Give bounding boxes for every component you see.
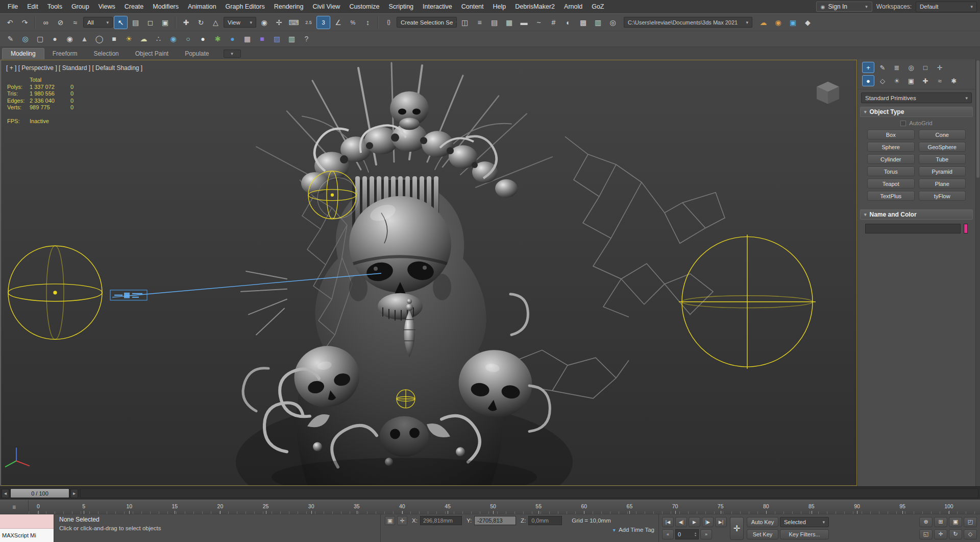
render-flyout-icon[interactable]: ◆ bbox=[801, 16, 815, 29]
render-last-icon[interactable]: ◉ bbox=[771, 16, 785, 29]
menu-item[interactable]: Help bbox=[488, 0, 511, 13]
current-frame-field[interactable]: 0 ▴ ▾ bbox=[675, 529, 699, 539]
object-type-button[interactable]: Teapot bbox=[867, 179, 915, 188]
compositor-icon[interactable]: ▨ bbox=[271, 33, 283, 45]
object-type-rollout-header[interactable]: ▾ Object Type bbox=[860, 107, 973, 117]
sunlight-icon[interactable]: ☀ bbox=[122, 33, 135, 45]
set-key-button[interactable]: Set Key bbox=[747, 529, 778, 539]
menu-item[interactable]: Tools bbox=[43, 0, 67, 13]
menu-item[interactable]: File bbox=[3, 0, 22, 13]
undo-icon[interactable]: ↶ bbox=[3, 16, 17, 29]
maxscript-macro-pane[interactable] bbox=[0, 514, 54, 529]
chrome-sphere-icon[interactable]: ● bbox=[197, 33, 209, 45]
time-step-forward-button[interactable]: ▸ bbox=[70, 489, 78, 498]
maxscript-mini-listener[interactable]: MAXScript Mi bbox=[0, 514, 54, 542]
auto-key-button[interactable]: Auto Key bbox=[747, 517, 778, 527]
plane-primitive-icon[interactable]: ■ bbox=[108, 33, 120, 45]
mirror-icon[interactable]: ◫ bbox=[458, 16, 472, 29]
curve-editor-icon[interactable]: ~ bbox=[532, 16, 546, 29]
display-tab-icon[interactable]: □ bbox=[919, 62, 932, 73]
select-and-rotate-icon[interactable]: ↻ bbox=[194, 16, 208, 29]
select-by-name-icon[interactable]: ▤ bbox=[129, 16, 142, 29]
motion-tab-icon[interactable]: ◎ bbox=[905, 62, 917, 73]
edit-named-selection-sets-icon[interactable]: {} bbox=[382, 16, 396, 29]
orbit-view-icon[interactable]: ↻ bbox=[949, 529, 962, 539]
menu-item[interactable]: Arnold bbox=[559, 0, 587, 13]
key-filters-button[interactable]: Key Filters... bbox=[780, 529, 829, 539]
water-sphere-icon[interactable]: ● bbox=[226, 33, 239, 45]
measure-distance-icon[interactable]: ◎ bbox=[19, 33, 32, 45]
select-and-link-icon[interactable]: ∞ bbox=[39, 16, 53, 29]
menu-item[interactable]: Edit bbox=[22, 0, 43, 13]
rectangular-selection-region-icon[interactable]: ◻ bbox=[143, 16, 157, 29]
trackbar-tools[interactable]: ≡ bbox=[0, 500, 29, 514]
zoom-region-icon[interactable]: ◱ bbox=[919, 529, 933, 539]
geometry-category-icon[interactable]: ● bbox=[862, 75, 874, 86]
sphere-primitive-icon[interactable]: ● bbox=[48, 33, 61, 45]
create-tab-icon[interactable]: + bbox=[862, 62, 874, 73]
menu-item[interactable]: Graph Editors bbox=[221, 0, 270, 13]
ribbon-flyout-button[interactable]: ▾ bbox=[224, 50, 241, 58]
object-name-field[interactable] bbox=[865, 224, 961, 233]
frame-spinner[interactable]: ▴ ▾ bbox=[695, 532, 696, 537]
sign-in-dropdown[interactable]: ◉ Sign In ▾ bbox=[816, 2, 872, 12]
bind-to-space-warp-icon[interactable]: ≈ bbox=[68, 16, 82, 29]
substance-map-icon[interactable]: ■ bbox=[256, 33, 268, 45]
schematic-view-icon[interactable]: # bbox=[547, 16, 560, 29]
viewcube[interactable] bbox=[817, 82, 839, 104]
utilities-tab-icon[interactable]: ✛ bbox=[934, 62, 946, 73]
add-time-tag[interactable]: ▾ Add Time Tag bbox=[613, 527, 654, 533]
previous-key-button[interactable]: « bbox=[662, 529, 674, 539]
open-in-autodesk-app-icon[interactable]: ▣ bbox=[786, 16, 800, 29]
selection-lock-toggle-icon[interactable]: ▣ bbox=[385, 516, 395, 525]
field-of-view-icon[interactable]: ◇ bbox=[964, 529, 977, 539]
percent-snap-toggle-icon[interactable]: % bbox=[346, 16, 360, 29]
teapot-primitive-icon[interactable]: ◉ bbox=[63, 33, 76, 45]
viewport-label[interactable]: [ + ] [ Perspective ] [ Standard ] [ Def… bbox=[6, 64, 142, 72]
menu-item[interactable]: Interactive bbox=[418, 0, 457, 13]
menu-item[interactable]: Create bbox=[120, 0, 149, 13]
named-selection-set-dropdown[interactable]: Create Selection Se ▾ bbox=[397, 17, 457, 28]
zoom-all-icon[interactable]: ⊞ bbox=[934, 517, 947, 527]
command-panel-scrollbar[interactable] bbox=[975, 59, 980, 486]
time-slider-handle[interactable]: 0 / 100 bbox=[10, 488, 69, 498]
gizmo-sphere-left[interactable] bbox=[8, 246, 102, 339]
display-panel-icon[interactable]: ▥ bbox=[285, 33, 298, 45]
select-object-icon[interactable]: ↖ bbox=[114, 16, 128, 29]
object-type-button[interactable]: tyFlow bbox=[919, 191, 966, 201]
toggle-layer-explorer-icon[interactable]: ▦ bbox=[502, 16, 516, 29]
render-production-icon[interactable]: ◎ bbox=[606, 16, 620, 29]
gizmo-sphere-right[interactable] bbox=[679, 234, 816, 369]
menu-item[interactable]: GoZ bbox=[587, 0, 608, 13]
menu-item[interactable]: Modifiers bbox=[148, 0, 183, 13]
select-and-move-icon[interactable]: ✚ bbox=[179, 16, 193, 29]
x-coordinate-field[interactable]: 296,818mm bbox=[420, 516, 462, 525]
help-info-icon[interactable]: ? bbox=[300, 33, 313, 45]
go-to-start-button[interactable]: |◀ bbox=[662, 517, 674, 527]
menu-item[interactable]: Customize bbox=[345, 0, 384, 13]
spinner-snap-toggle-icon[interactable]: ↕ bbox=[361, 16, 375, 29]
y-coordinate-field[interactable]: -2705,813 bbox=[474, 516, 516, 525]
object-type-button[interactable]: Sphere bbox=[867, 142, 915, 152]
toggle-ribbon-icon[interactable]: ▬ bbox=[517, 16, 531, 29]
menu-item[interactable]: Scripting bbox=[384, 0, 418, 13]
sky-icon[interactable]: ☁ bbox=[137, 33, 150, 45]
reference-coordinate-dropdown[interactable]: View ▾ bbox=[224, 17, 256, 28]
render-setup-icon[interactable]: ▩ bbox=[576, 16, 590, 29]
unlink-selection-icon[interactable]: ⊘ bbox=[54, 16, 67, 29]
menu-item[interactable]: Content bbox=[457, 0, 488, 13]
keyboard-shortcut-override-icon[interactable]: ⌨ bbox=[287, 16, 301, 29]
redo-icon[interactable]: ↷ bbox=[18, 16, 32, 29]
project-folder-field[interactable]: C:\Users\elreviae\Documents\3ds Max 2021… bbox=[624, 17, 752, 28]
object-color-swatch[interactable] bbox=[964, 224, 968, 233]
object-type-button[interactable]: Plane bbox=[919, 179, 966, 188]
play-animation-button[interactable]: ▶ bbox=[689, 517, 700, 527]
name-color-rollout-header[interactable]: ▾ Name and Color bbox=[860, 209, 973, 220]
menu-item[interactable]: Civil View bbox=[308, 0, 345, 13]
previous-frame-button[interactable]: ◀| bbox=[675, 517, 687, 527]
ribbon-tab[interactable]: Populate bbox=[177, 49, 217, 59]
object-type-button[interactable]: Pyramid bbox=[919, 167, 966, 176]
go-to-end-button[interactable]: ▶| bbox=[715, 517, 727, 527]
use-pivot-point-center-icon[interactable]: ◉ bbox=[257, 16, 271, 29]
selection-set-key-dropdown[interactable]: Selected ▾ bbox=[780, 517, 829, 527]
